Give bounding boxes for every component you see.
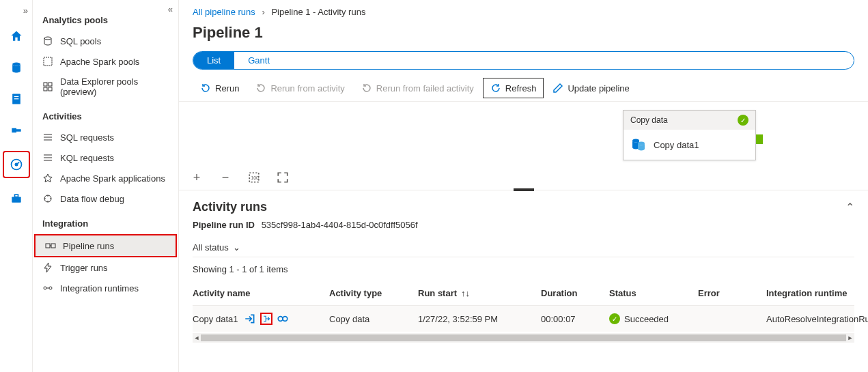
activity-runs-title: Activity runs <box>193 200 267 214</box>
sidebar-item-data-explorer-pools[interactable]: Data Explorer pools (preview) <box>33 72 178 102</box>
zoom-fit-button[interactable]: 100 <box>247 171 261 184</box>
svg-rect-11 <box>44 83 47 86</box>
activity-grid: Activity name Activity type Run start ↑↓… <box>193 281 854 332</box>
grid-header: Activity name Activity type Run start ↑↓… <box>193 281 854 306</box>
svg-text:100: 100 <box>251 175 260 180</box>
rail-data[interactable] <box>5 57 27 78</box>
cell-runtime: AutoResolveIntegrationRuntime <box>766 314 868 324</box>
svg-rect-12 <box>48 83 52 86</box>
svg-point-9 <box>44 37 51 40</box>
status-filter-dropdown[interactable]: All status ⌄ <box>193 238 854 257</box>
rail-develop[interactable] <box>5 88 27 110</box>
label: Apache Spark pools <box>60 57 139 67</box>
scroll-right-icon[interactable]: ► <box>846 333 854 343</box>
svg-rect-8 <box>14 195 18 197</box>
kql-requests-icon <box>42 152 53 163</box>
breadcrumb-current: Pipeline 1 - Activity runs <box>271 7 365 17</box>
rerun-button[interactable]: Rerun <box>193 78 247 98</box>
scrollbar-thumb[interactable] <box>201 334 846 341</box>
cell-activity-type: Copy data <box>329 314 418 324</box>
label: Data Explorer pools (preview) <box>60 76 169 97</box>
integration-runtimes-icon <box>42 283 53 294</box>
col-run-start[interactable]: Run start ↑↓ <box>418 288 541 298</box>
details-icon[interactable] <box>277 313 289 325</box>
rail-monitor[interactable] <box>3 151 30 178</box>
rail-manage[interactable] <box>5 188 27 210</box>
pipeline-runs-icon <box>45 240 56 251</box>
trigger-runs-icon <box>42 262 53 273</box>
status-success-icon: ✓ <box>609 313 620 324</box>
view-toggle: List Gantt <box>193 51 854 70</box>
group-title-activities: Activities <box>33 102 178 127</box>
svg-rect-2 <box>14 96 18 97</box>
output-icon[interactable] <box>260 313 272 325</box>
resize-handle[interactable] <box>514 188 534 191</box>
fullscreen-button[interactable] <box>276 171 290 184</box>
main-content: All pipeline runs › Pipeline 1 - Activit… <box>179 0 868 372</box>
rail-home[interactable] <box>5 25 27 47</box>
cell-duration: 00:00:07 <box>541 314 609 324</box>
sidebar-item-kql-requests[interactable]: KQL requests <box>33 147 178 168</box>
sidebar-item-spark-apps[interactable]: Apache Spark applications <box>33 168 178 188</box>
activity-runs-section: Activity runs ⌃ Pipeline run ID 535cf998… <box>179 190 868 372</box>
document-icon <box>10 92 23 106</box>
breadcrumb-root[interactable]: All pipeline runs <box>193 7 255 17</box>
scroll-left-icon[interactable]: ◄ <box>193 333 201 343</box>
col-status[interactable]: Status <box>609 288 698 298</box>
sidebar-item-trigger-runs[interactable]: Trigger runs <box>33 257 178 278</box>
refresh-icon <box>490 83 501 94</box>
group-title-integration: Integration <box>33 209 178 234</box>
sql-requests-icon <box>42 132 53 143</box>
activity-node[interactable]: Copy data ✓ Copy data1 <box>623 110 756 160</box>
zoom-out-button[interactable]: − <box>219 171 232 184</box>
chevron-down-icon: ⌄ <box>233 242 240 253</box>
rail-integrate[interactable] <box>5 119 27 141</box>
rerun-activity-icon <box>255 83 266 94</box>
view-gantt[interactable]: Gantt <box>234 52 283 69</box>
update-pipeline-button[interactable]: Update pipeline <box>545 78 636 98</box>
collapse-sidebar-icon[interactable]: « <box>168 4 173 14</box>
success-check-icon: ✓ <box>738 115 748 126</box>
breadcrumb: All pipeline runs › Pipeline 1 - Activit… <box>179 0 868 20</box>
col-duration[interactable]: Duration <box>541 288 609 298</box>
col-activity-type[interactable]: Activity type <box>329 288 418 298</box>
svg-rect-13 <box>44 87 47 91</box>
sidebar-item-dataflow-debug[interactable]: Data flow debug <box>33 188 178 209</box>
grid-row[interactable]: Copy data1 Copy data 1/27/22, 3:52:59 PM… <box>193 306 854 332</box>
sidebar: « Analytics pools SQL pools Apache Spark… <box>33 0 179 372</box>
sidebar-item-pipeline-runs[interactable]: Pipeline runs <box>34 234 177 257</box>
collapse-section-icon[interactable]: ⌃ <box>845 201 854 214</box>
cell-run-start: 1/27/22, 3:52:59 PM <box>418 314 541 324</box>
sidebar-item-sql-pools[interactable]: SQL pools <box>33 31 178 51</box>
sidebar-item-spark-pools[interactable]: Apache Spark pools <box>33 51 178 72</box>
svg-point-20 <box>49 287 52 289</box>
label: Data flow debug <box>60 194 124 204</box>
label: Apache Spark applications <box>60 173 165 184</box>
sidebar-item-sql-requests[interactable]: SQL requests <box>33 127 178 147</box>
col-activity-name[interactable]: Activity name <box>193 288 329 298</box>
cell-status: ✓ Succeeded <box>609 313 698 324</box>
edit-icon <box>552 83 563 94</box>
pipeline-canvas[interactable]: Copy data ✓ Copy data1 + − 100 <box>179 102 868 190</box>
icon-rail: » <box>0 0 33 372</box>
expand-rail-icon[interactable]: » <box>23 5 28 16</box>
canvas-tools: + − 100 <box>190 171 290 184</box>
database-icon <box>10 61 23 74</box>
rerun-failed-icon <box>361 83 372 94</box>
label: SQL pools <box>60 36 101 46</box>
sidebar-item-integration-runtimes[interactable]: Integration runtimes <box>33 278 178 298</box>
svg-point-22 <box>632 139 639 143</box>
view-list[interactable]: List <box>193 52 234 69</box>
breadcrumb-sep-icon: › <box>262 7 264 17</box>
svg-point-26 <box>278 317 283 321</box>
group-title-analytics: Analytics pools <box>33 5 178 31</box>
horizontal-scrollbar[interactable]: ◄ ► <box>193 333 854 343</box>
toolbox-icon <box>10 192 23 205</box>
refresh-button[interactable]: Refresh <box>483 78 544 98</box>
svg-rect-17 <box>51 244 55 248</box>
zoom-in-button[interactable]: + <box>190 171 204 184</box>
input-icon[interactable] <box>244 313 256 325</box>
col-error[interactable]: Error <box>698 288 766 298</box>
col-runtime[interactable]: Integration runtime <box>766 288 854 298</box>
node-connector <box>756 134 763 144</box>
